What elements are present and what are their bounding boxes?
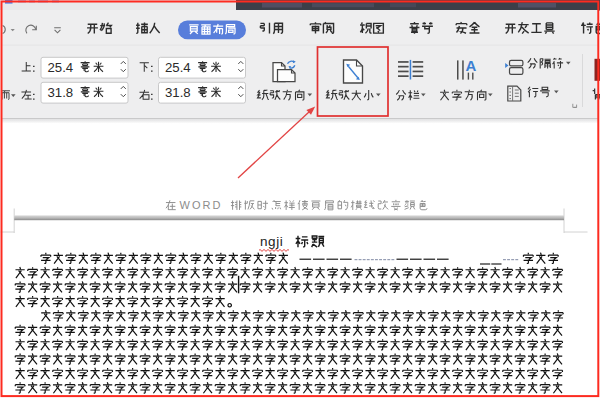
svg-text:ngji: ngji — [260, 234, 283, 249]
svg-text:WORD: WORD — [180, 199, 223, 211]
svg-text:25.4: 25.4 — [48, 60, 74, 75]
svg-text:A: A — [466, 57, 477, 74]
svg-text:25.4: 25.4 — [165, 60, 191, 75]
svg-text:31.8: 31.8 — [165, 85, 191, 100]
svg-text:31.8: 31.8 — [48, 85, 74, 100]
